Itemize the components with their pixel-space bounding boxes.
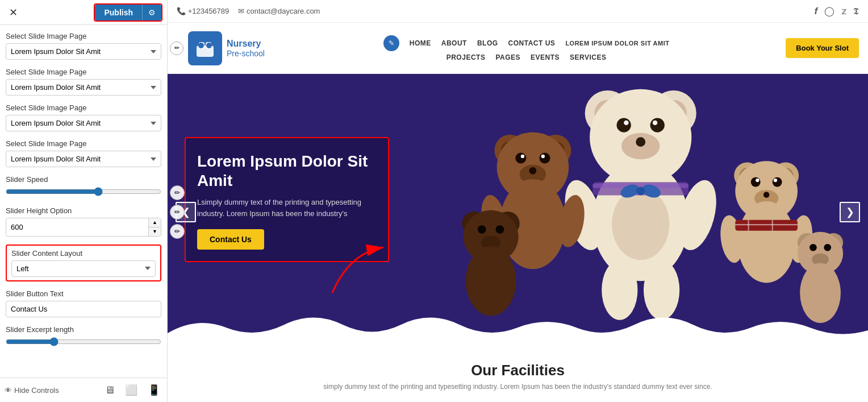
svg-point-52: [750, 177, 760, 187]
field-group-3: Select Slide Image Page Lorem Ipsum Dolo…: [6, 103, 161, 131]
nav-blog[interactable]: BLOG: [477, 39, 498, 47]
site-logo: Nursery Pre-school: [188, 31, 265, 65]
svg-point-13: [650, 118, 664, 132]
logo-preschool: Pre-school: [227, 49, 265, 58]
slider-contact-button[interactable]: Contact Us: [197, 229, 264, 250]
nav-edit-icon[interactable]: ✏: [170, 42, 183, 55]
slider-edit-icon-3[interactable]: ✏: [170, 224, 185, 239]
slider-speed-group: Slider Speed: [6, 175, 161, 198]
book-slot-button[interactable]: Book Your Slot: [786, 38, 859, 58]
svg-point-58: [737, 201, 795, 283]
facilities-subtitle: simply dummy text of the printing and ty…: [179, 383, 857, 391]
svg-point-53: [772, 177, 782, 187]
phone-icon: 📞: [177, 7, 186, 15]
site-nav: ✏ Nursery Pre-school: [168, 23, 868, 74]
pinterest-icon[interactable]: 𝕿: [853, 6, 859, 16]
slider-button-text-group: Slider Button Text: [6, 289, 161, 317]
left-panel: ✕ Publish ⚙ Select Slide Image Page Lore…: [0, 0, 168, 402]
logo-nursery: Nursery: [227, 39, 265, 49]
cloud-wave: [168, 305, 868, 350]
nav-top-row: ✎ HOME ABOUT BLOG CONTACT US LOREM IPSUM…: [383, 35, 670, 51]
svg-point-55: [773, 179, 777, 182]
svg-point-57: [763, 192, 769, 198]
hide-controls-label: Hide Controls: [14, 386, 59, 395]
slider-height-group: Slider Height Option ▲ ▼: [6, 206, 161, 237]
nav-lorem[interactable]: LOREM IPSUM DOLOR SIT AMIT: [565, 40, 669, 47]
logo-text: Nursery Pre-school: [227, 39, 265, 58]
slider-content-layout-label: Slider Content Layout: [11, 249, 156, 258]
slider-edit-icon-2[interactable]: ✏: [170, 205, 185, 219]
bottom-icons: 🖥 ⬜ 📱: [102, 383, 162, 397]
bottom-controls: 👁 Hide Controls 🖥 ⬜ 📱: [0, 378, 167, 402]
edit-icons-sidebar: ✏ ✏ ✏: [168, 185, 185, 239]
field-label-1: Select Slide Image Page: [6, 32, 161, 40]
svg-point-5: [206, 43, 212, 48]
slider-height-input[interactable]: [6, 219, 148, 235]
field-group-4: Select Slide Image Page Lorem Ipsum Dolo…: [6, 139, 161, 167]
site-topbar-left: 📞 +123456789 ✉ contact@daycare.com: [177, 7, 320, 15]
facilities-title: Our Facilities: [179, 362, 857, 379]
svg-point-43: [477, 225, 486, 234]
svg-point-69: [824, 244, 831, 251]
slide-image-select-3[interactable]: Lorem Ipsum Dolor Sit Amit: [6, 115, 161, 131]
svg-point-32: [539, 153, 550, 164]
close-button[interactable]: ✕: [5, 4, 22, 21]
slider-edit-icon-1[interactable]: ✏: [170, 185, 185, 200]
slide-image-select-2[interactable]: Lorem Ipsum Dolor Sit Amit: [6, 79, 161, 96]
nav-links-wrapper: ✎ HOME ABOUT BLOG CONTACT US LOREM IPSUM…: [276, 35, 777, 61]
facilities-section: Our Facilities simply dummy text of the …: [168, 350, 868, 402]
slider-excerpt-range[interactable]: [6, 337, 161, 346]
nav-pages[interactable]: PAGES: [495, 53, 520, 61]
spin-up[interactable]: ▲: [149, 218, 161, 227]
nav-projects[interactable]: PROJECTS: [446, 53, 486, 61]
slider-height-label: Slider Height Option: [6, 206, 161, 215]
instagram-icon[interactable]: ◯: [824, 6, 834, 16]
svg-point-44: [495, 225, 504, 234]
slider-next-button[interactable]: ❯: [840, 202, 860, 222]
twitter-icon[interactable]: 𝕫: [841, 6, 846, 16]
nav-contact[interactable]: CONTACT US: [508, 39, 556, 47]
facebook-icon[interactable]: f: [815, 6, 817, 16]
mail-icon: ✉: [238, 7, 244, 15]
panel-content: Select Slide Image Page Lorem Ipsum Dolo…: [0, 25, 167, 378]
tablet-view-button[interactable]: ⬜: [123, 383, 140, 397]
svg-point-15: [652, 121, 657, 125]
slide-image-select-4[interactable]: Lorem Ipsum Dolor Sit Amit: [6, 151, 161, 167]
spin-down[interactable]: ▼: [149, 227, 161, 236]
nav-home-icon: ✎: [383, 35, 399, 51]
slider-height-input-group: ▲ ▼: [6, 218, 161, 237]
hide-controls-button[interactable]: 👁 Hide Controls: [5, 386, 59, 395]
logo-icon: [188, 31, 222, 65]
slider-excerpt-group: Slider Excerpt length: [6, 325, 161, 349]
site-topbar-right: f ◯ 𝕫 𝕿: [815, 6, 859, 16]
site-topbar: 📞 +123456789 ✉ contact@daycare.com f ◯ 𝕫…: [168, 0, 868, 23]
settings-button[interactable]: ⚙: [142, 5, 161, 20]
slider-content-layout-select[interactable]: Left Center Right: [11, 260, 156, 277]
field-label-2: Select Slide Image Page: [6, 68, 161, 76]
mobile-view-button[interactable]: 📱: [145, 383, 162, 397]
desktop-view-button[interactable]: 🖥: [102, 383, 117, 397]
slider-speed-label: Slider Speed: [6, 175, 161, 184]
slider-excerpt: Lsimply dummy text of the printing and t…: [197, 197, 377, 219]
nav-about[interactable]: ABOUT: [441, 39, 467, 47]
nav-services[interactable]: SERVICES: [570, 53, 606, 61]
svg-point-17: [636, 137, 645, 147]
svg-point-31: [515, 153, 526, 164]
field-group-2: Select Slide Image Page Lorem Ipsum Dolo…: [6, 68, 161, 96]
slider-speed-range[interactable]: [6, 187, 161, 196]
right-panel: 📞 +123456789 ✉ contact@daycare.com f ◯ 𝕫…: [168, 0, 868, 402]
annotation-arrow: [327, 242, 395, 299]
slider-button-text-input[interactable]: [6, 301, 161, 317]
slider-section: ✏ ✏ ✏ Lorem Ipsum Dolor Sit Amit Lsimply…: [168, 74, 868, 350]
svg-point-54: [756, 179, 759, 182]
slider-excerpt-label: Slider Excerpt length: [6, 325, 161, 334]
svg-point-12: [616, 118, 631, 132]
slide-image-select-1[interactable]: Lorem Ipsum Dolor Sit Amit: [6, 43, 161, 60]
phone-number: +123456789: [188, 7, 229, 15]
svg-point-34: [541, 155, 544, 158]
publish-button[interactable]: Publish: [95, 5, 142, 20]
svg-point-33: [520, 155, 524, 158]
nav-events[interactable]: EVENTS: [531, 53, 560, 61]
phone-info: 📞 +123456789: [177, 7, 229, 15]
nav-home[interactable]: HOME: [410, 39, 431, 47]
